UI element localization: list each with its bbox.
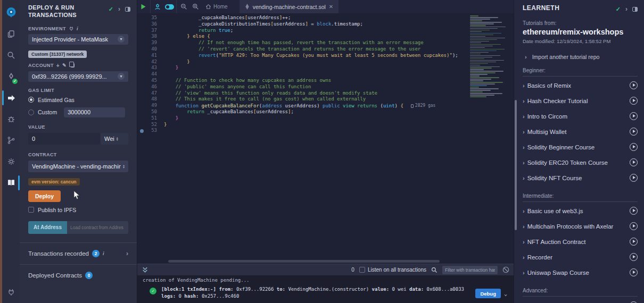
line-number[interactable]: 51 (137, 115, 164, 122)
play-tutorial-icon[interactable] (630, 174, 638, 182)
line-number[interactable]: 41 (137, 53, 164, 59)
line-number[interactable]: 37 (137, 28, 164, 34)
tutorial-item[interactable]: ›Basic use of web3.js (523, 203, 638, 218)
ai-assistant-icon[interactable] (152, 0, 163, 13)
at-address-input[interactable] (67, 221, 128, 234)
editor-minimap[interactable] (470, 15, 510, 98)
line-number[interactable]: 44 (137, 71, 164, 78)
tutorial-item[interactable]: ›Multisig Wallet (523, 124, 638, 139)
play-tutorial-icon[interactable] (630, 253, 638, 261)
transactions-recorded-row[interactable]: Transactions recorded 2 i › (28, 243, 128, 264)
line-number[interactable]: 48 (137, 96, 164, 103)
run-script-button[interactable] (137, 0, 149, 13)
listen-checkbox[interactable] (359, 267, 365, 273)
line-number[interactable]: 49 (137, 103, 164, 109)
clear-console-icon[interactable] (502, 266, 509, 273)
learneth-icon[interactable] (2, 172, 20, 193)
collapse-panel-icon[interactable]: › (625, 5, 628, 13)
debugger-icon[interactable] (2, 108, 20, 130)
line-number[interactable]: 40 (137, 46, 164, 53)
deploy-button[interactable]: Deploy (28, 190, 61, 202)
import-repo-row[interactable]: › Import another tutorial repo (523, 54, 638, 60)
tutorial-item[interactable]: ›NFT Auction Contract (523, 234, 638, 249)
add-account-icon[interactable]: + (56, 63, 60, 69)
line-number[interactable]: 38 (137, 33, 164, 40)
search-icon[interactable] (2, 45, 20, 66)
contract-select[interactable]: VendingMachine - vending-machin ▴▾ (28, 161, 128, 172)
line-number[interactable]: 53 (137, 128, 164, 134)
zoom-in-icon[interactable] (189, 0, 201, 13)
expand-tx-icon[interactable]: ⌄ (504, 291, 507, 297)
line-number[interactable]: 47 (137, 90, 164, 97)
tutorial-item[interactable]: ›All about Proxy Contracts (523, 298, 638, 303)
deploy-run-icon[interactable] (2, 87, 20, 108)
at-address-button[interactable]: At Address (28, 221, 67, 234)
tutorial-item[interactable]: ›Multichain Protocols with Axelar (523, 218, 638, 234)
line-number[interactable]: 35 (137, 15, 164, 21)
home-tab[interactable]: Home (201, 4, 232, 10)
play-tutorial-icon[interactable] (630, 158, 638, 166)
play-tutorial-icon[interactable] (630, 128, 638, 136)
play-tutorial-icon[interactable] (630, 112, 638, 120)
tutorial-item[interactable]: ›Uniswap Swap Course (523, 265, 638, 280)
estimated-gas-radio[interactable] (28, 97, 34, 103)
tutorial-item[interactable]: ›Basics of Remix (523, 78, 638, 93)
search-icon[interactable] (431, 267, 437, 273)
settings-icon[interactable] (2, 151, 20, 172)
publish-ipfs-checkbox[interactable] (28, 207, 34, 213)
copilot-toggle[interactable] (163, 0, 175, 13)
info-icon[interactable]: i (77, 26, 78, 31)
solidity-compiler-icon[interactable]: ✓ (2, 66, 20, 87)
line-number[interactable]: 45 (137, 78, 164, 84)
custom-gas-radio[interactable] (28, 110, 34, 115)
file-explorer-icon[interactable] (2, 23, 20, 45)
tutorial-item[interactable]: ›Solidity Beginner Course (523, 139, 638, 155)
collapse-panel-icon[interactable]: › (118, 5, 120, 13)
git-icon[interactable] (2, 130, 20, 151)
pin-panel-icon[interactable] (125, 7, 130, 12)
transaction-log-row[interactable]: ✓ [block:1 txIndex:-] from: 0xf39...9226… (143, 286, 508, 300)
line-number[interactable]: 42 (137, 59, 164, 65)
info-icon[interactable]: i (103, 251, 104, 256)
play-tutorial-icon[interactable] (630, 238, 638, 246)
code-editor[interactable]: 35 _cupcakeBalances[userAddress]++;36 _c… (137, 13, 514, 264)
tutorial-item[interactable]: ›Intro to Circom (523, 108, 638, 124)
close-tab-icon[interactable]: ✕ (329, 4, 333, 10)
copy-account-icon[interactable] (71, 63, 75, 68)
line-number[interactable]: 50 (137, 109, 164, 115)
breakpoint-dot[interactable] (140, 129, 144, 133)
panel-scrollbar[interactable] (515, 100, 517, 230)
play-tutorial-icon[interactable] (630, 81, 638, 89)
plug-icon[interactable] (69, 26, 74, 31)
plugin-manager-icon[interactable] (2, 282, 20, 303)
chevron-down-icon[interactable]: ▾ (118, 73, 125, 80)
tutorial-item[interactable]: ›Recorder (523, 249, 638, 265)
account-select[interactable]: 0xf39...92266 (9999.99929... ▾ (28, 71, 128, 82)
pin-panel-icon[interactable] (632, 7, 638, 12)
tutorial-item[interactable]: ›Solidity ERC20 Token Course (523, 155, 638, 170)
play-tutorial-icon[interactable] (630, 222, 638, 230)
play-tutorial-icon[interactable] (630, 207, 638, 215)
chevron-right-icon[interactable]: › (126, 250, 128, 257)
play-tutorial-icon[interactable] (630, 143, 638, 151)
environment-select[interactable]: Injected Provider - MetaMask ▾ (28, 34, 128, 45)
chevron-down-icon[interactable]: ▾ (118, 36, 125, 43)
terminal-filter-input[interactable] (442, 266, 498, 274)
line-number[interactable]: 43 (137, 65, 164, 71)
remix-logo[interactable] (2, 2, 20, 23)
play-tutorial-icon[interactable] (630, 97, 638, 105)
zoom-out-icon[interactable] (178, 0, 189, 13)
line-number[interactable]: 46 (137, 84, 164, 90)
line-number[interactable]: 39 (137, 40, 164, 46)
play-tutorial-icon[interactable] (630, 268, 638, 276)
tutorial-item[interactable]: ›Hash Checker Tutorial (523, 93, 638, 108)
line-number[interactable]: 52 (137, 122, 164, 128)
tab-vending-machine-contract[interactable]: vending-machine-contract.sol ✕ (240, 0, 339, 13)
sign-message-icon[interactable]: ✎ (62, 63, 67, 68)
horizontal-scrollbar[interactable] (168, 260, 440, 263)
value-input[interactable] (28, 133, 100, 145)
terminal-body[interactable]: creation of VendingMachine pending... ✓ … (137, 275, 514, 303)
custom-gas-input[interactable] (64, 107, 125, 117)
line-number[interactable]: 36 (137, 21, 164, 28)
expand-terminal-icon[interactable] (142, 266, 148, 273)
